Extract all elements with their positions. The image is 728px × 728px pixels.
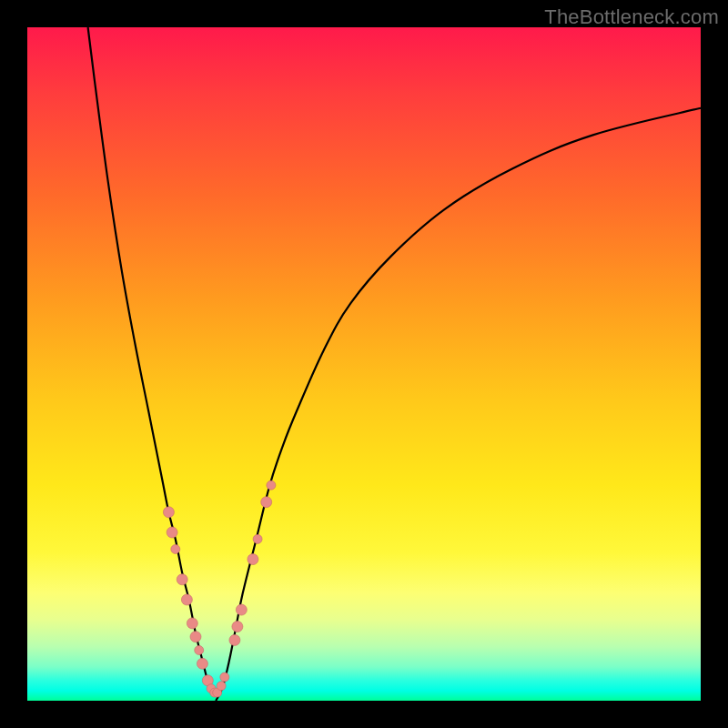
data-marker (187, 618, 197, 629)
data-marker (253, 534, 262, 543)
data-marker (217, 682, 226, 691)
data-marker (171, 545, 180, 554)
data-marker (248, 554, 258, 565)
data-marker (197, 658, 207, 669)
plot-area (27, 27, 701, 701)
watermark-text: TheBottleneck.com (544, 5, 719, 29)
data-marker (190, 632, 201, 642)
data-marker (261, 497, 272, 508)
bottleneck-curve (88, 27, 701, 701)
chart-svg (27, 27, 701, 701)
data-marker (163, 507, 174, 518)
data-marker (236, 604, 247, 615)
data-marker (167, 527, 177, 538)
data-marker (267, 480, 276, 490)
data-marker (229, 634, 240, 645)
data-marker (177, 574, 187, 585)
data-markers (163, 480, 275, 697)
data-marker (195, 646, 204, 655)
curve-right-branch (216, 108, 701, 701)
data-marker (220, 672, 229, 682)
data-marker (232, 622, 243, 632)
curve-left-branch (88, 27, 209, 687)
data-marker (181, 594, 192, 605)
chart-frame: TheBottleneck.com (0, 0, 728, 728)
